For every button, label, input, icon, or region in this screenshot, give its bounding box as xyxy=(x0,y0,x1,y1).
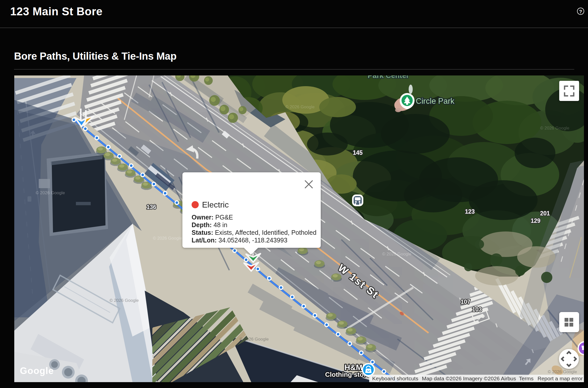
svg-text:129: 129 xyxy=(531,217,540,224)
svg-text:201: 201 xyxy=(540,210,550,217)
svg-text:© 2026 Google: © 2026 Google xyxy=(153,236,182,241)
svg-text:© 2026 Google: © 2026 Google xyxy=(382,252,411,256)
svg-text:Keyboard shortcuts: Keyboard shortcuts xyxy=(372,376,418,381)
svg-text:123: 123 xyxy=(465,208,475,215)
svg-text:103: 103 xyxy=(472,306,482,313)
svg-text:© 2026 Google: © 2026 Google xyxy=(239,337,269,342)
svg-text:Map data ©2026 Imagery ©2026 A: Map data ©2026 Imagery ©2026 Airbus xyxy=(422,376,516,381)
svg-text:Electric: Electric xyxy=(202,200,229,209)
svg-text:© 2026 Google: © 2026 Google xyxy=(36,190,65,195)
svg-text:Lat/Lon: 34.052468, -118.24399: Lat/Lon: 34.052468, -118.243993 xyxy=(192,237,287,244)
svg-text:Park Center: Park Center xyxy=(368,75,409,80)
svg-text:© 2026 Google: © 2026 Google xyxy=(285,105,315,109)
svg-text:Status: Exists, Affected, Iden: Status: Exists, Affected, Identified, Po… xyxy=(192,229,316,236)
svg-text:© 2026 Google: © 2026 Google xyxy=(540,126,569,131)
svg-text:Report a map error: Report a map error xyxy=(538,376,583,381)
svg-text:© 2026 Google: © 2026 Google xyxy=(548,369,577,374)
svg-text:Depth: 48 in: Depth: 48 in xyxy=(192,221,227,228)
svg-text:107: 107 xyxy=(461,299,470,305)
svg-text:Circle Park: Circle Park xyxy=(416,97,455,106)
svg-text:© 2026 Google: © 2026 Google xyxy=(110,298,139,303)
svg-text:Google: Google xyxy=(20,366,54,376)
svg-text:Owner: PG&E: Owner: PG&E xyxy=(192,214,233,221)
svg-text:145: 145 xyxy=(353,149,363,156)
svg-text:Terms: Terms xyxy=(519,376,533,381)
svg-text:136: 136 xyxy=(146,204,156,210)
